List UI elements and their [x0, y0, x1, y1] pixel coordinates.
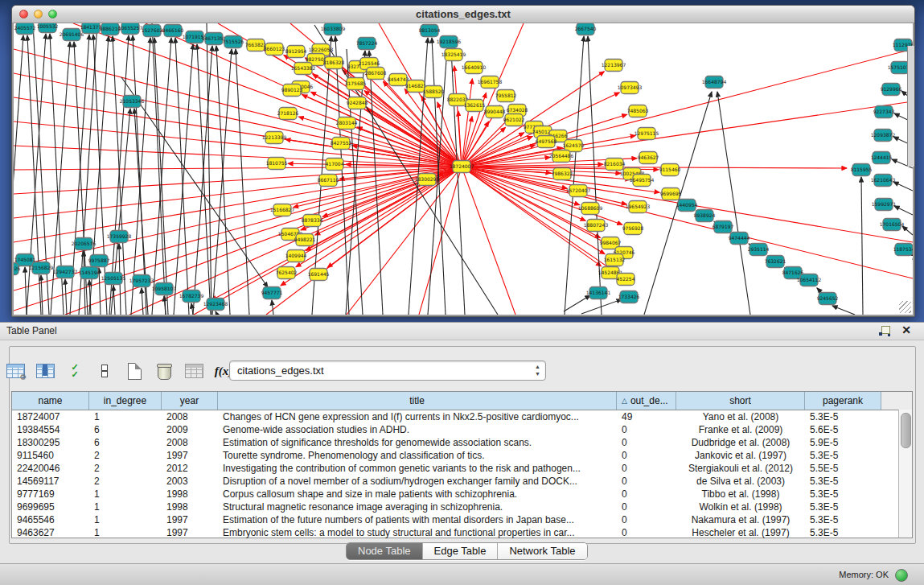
- table-cell[interactable]: 0: [617, 423, 676, 436]
- table-scrollbar[interactable]: [898, 410, 912, 538]
- graph-node[interactable]: 7986322: [552, 168, 573, 180]
- graph-node[interactable]: 1841377: [80, 23, 102, 34]
- table-row[interactable]: 969969511998Structural magnetic resonanc…: [12, 501, 912, 513]
- table-cell[interactable]: 0: [617, 513, 676, 526]
- table-cell[interactable]: Disruption of a novel member of a sodium…: [218, 475, 617, 488]
- graph-node[interactable]: 6497568: [536, 136, 557, 148]
- column-header-indegree[interactable]: in_degree: [89, 392, 162, 410]
- table-cell[interactable]: Corpus callosum shape and size in male p…: [218, 488, 617, 501]
- graph-node[interactable]: 452254: [617, 274, 635, 286]
- table-cell[interactable]: Jankovic et al. (1997): [676, 449, 805, 462]
- table-cell[interactable]: de Silva et al. (2003): [676, 475, 805, 488]
- graph-node[interactable]: 3175685: [345, 78, 367, 90]
- graph-node[interactable]: 10688609: [578, 203, 603, 215]
- graph-node[interactable]: 7955812: [495, 90, 517, 102]
- graph-node[interactable]: 1440954: [676, 200, 698, 212]
- table-cell[interactable]: Franke et al. (2009): [676, 423, 805, 436]
- table-row[interactable]: 946362711997Embryonic stem cells: a mode…: [12, 526, 912, 539]
- graph-node[interactable]: 10654112: [797, 274, 822, 286]
- table-row[interactable]: 946554611997Estimation of the future num…: [12, 513, 912, 526]
- graph-node[interactable]: 16543382: [291, 63, 316, 75]
- graph-node[interactable]: 8912954: [285, 46, 307, 58]
- window-resize-handle[interactable]: [899, 301, 911, 313]
- table-cell[interactable]: 0: [617, 501, 676, 513]
- table-row[interactable]: 1872400712008Changes of HCN gene express…: [12, 410, 912, 423]
- graph-node[interactable]: 8938924: [694, 210, 716, 222]
- table-row[interactable]: 911546021997Tourette syndrome. Phenomeno…: [12, 449, 912, 462]
- network-window-titlebar[interactable]: citations_edges.txt: [12, 6, 914, 23]
- table-cell[interactable]: Wolkin et al. (1998): [676, 501, 805, 513]
- graph-node[interactable]: 1733426: [618, 291, 640, 303]
- graph-node[interactable]: 8115955: [851, 164, 873, 176]
- graph-node[interactable]: 18325419: [441, 49, 466, 61]
- graph-node[interactable]: 1615132: [604, 254, 626, 266]
- memory-indicator-icon[interactable]: [895, 569, 908, 582]
- graph-node[interactable]: 1145194: [79, 267, 101, 279]
- graph-node[interactable]: 15992971: [872, 199, 897, 211]
- graph-node[interactable]: 12505135: [101, 273, 126, 285]
- table-cell[interactable]: 2008: [162, 410, 218, 423]
- graph-node[interactable]: 9699695: [660, 188, 682, 200]
- table-cell[interactable]: 0: [617, 475, 676, 488]
- table-cell[interactable]: Tourette syndrome. Phenomenology and cla…: [218, 449, 617, 462]
- graph-node[interactable]: 12975115: [634, 128, 659, 140]
- graph-node[interactable]: 10973493: [618, 82, 643, 94]
- graph-node[interactable]: 6879197: [713, 221, 734, 233]
- graph-node[interactable]: 16640910: [462, 62, 487, 74]
- table-cell[interactable]: 1: [89, 488, 162, 501]
- table-cell[interactable]: 0: [617, 462, 676, 475]
- table-cell[interactable]: 5.3E-5: [805, 526, 881, 539]
- graph-node[interactable]: 20691406: [60, 29, 84, 41]
- graph-node[interactable]: 1362615: [464, 100, 486, 112]
- table-cell[interactable]: 1998: [162, 488, 218, 501]
- float-panel-icon[interactable]: [879, 326, 890, 336]
- graph-node[interactable]: 9498221: [294, 234, 316, 246]
- graph-node[interactable]: 2405572: [14, 23, 36, 35]
- graph-node[interactable]: 16782739: [179, 290, 204, 303]
- table-cell[interactable]: Nakamura et al. (1997): [676, 513, 805, 526]
- table-cell[interactable]: 0: [617, 488, 676, 501]
- table-cell[interactable]: 2008: [162, 436, 218, 449]
- show-column-button[interactable]: [35, 360, 55, 381]
- graph-node[interactable]: 417004: [326, 159, 344, 171]
- graph-node[interactable]: 8813054: [419, 25, 441, 37]
- table-cell[interactable]: 0: [617, 449, 676, 462]
- create-column-button[interactable]: [124, 360, 145, 381]
- table-cell[interactable]: 1: [89, 513, 162, 526]
- table-cell[interactable]: Tibbo et al. (1998): [676, 488, 805, 501]
- graph-node[interactable]: 15166827: [270, 204, 295, 216]
- graph-node[interactable]: 9245652: [817, 293, 839, 305]
- tab-node-table[interactable]: Node Table: [347, 543, 423, 559]
- graph-node[interactable]: 16033809: [321, 23, 346, 35]
- table-cell[interactable]: 49: [617, 410, 676, 423]
- graph-node[interactable]: 21053346: [120, 96, 145, 108]
- column-header-title[interactable]: title: [218, 392, 617, 410]
- table-cell[interactable]: 2012: [162, 462, 218, 475]
- select-columns-button[interactable]: ✓✓: [64, 360, 85, 381]
- table-cell[interactable]: 2: [89, 462, 162, 475]
- graph-node[interactable]: 2667540: [575, 23, 597, 35]
- table-row[interactable]: 2242004622012Investigating the contribut…: [12, 462, 912, 475]
- table-cell[interactable]: 5.3E-5: [805, 475, 881, 488]
- table-row[interactable]: 1456911722003Disruption of a novel membe…: [12, 475, 912, 488]
- graph-node[interactable]: 12093872: [871, 130, 896, 142]
- graph-node[interactable]: 18807243: [584, 220, 609, 232]
- table-cell[interactable]: 9777169: [12, 488, 89, 501]
- table-cell[interactable]: Hescheler et al. (1997): [676, 526, 805, 539]
- delete-column-button[interactable]: [154, 360, 175, 381]
- graph-node[interactable]: 18300295: [415, 174, 440, 186]
- graph-node[interactable]: 12923468: [203, 299, 228, 311]
- table-cell[interactable]: 1997: [162, 513, 218, 526]
- graph-node[interactable]: 1005532: [37, 23, 59, 33]
- table-cell[interactable]: 19384554: [12, 423, 89, 436]
- table-cell[interactable]: 5.6E-5: [805, 423, 881, 436]
- graph-node[interactable]: 8466160: [162, 25, 184, 37]
- graph-node[interactable]: 15720407: [566, 185, 591, 197]
- table-cell[interactable]: 6: [89, 423, 162, 436]
- table-cell[interactable]: 1: [89, 501, 162, 513]
- graph-node[interactable]: 19218596: [437, 36, 462, 48]
- table-cell[interactable]: Estimation of significance thresholds fo…: [218, 436, 617, 449]
- table-cell[interactable]: 2: [89, 449, 162, 462]
- table-cell[interactable]: 5.3E-5: [805, 410, 881, 423]
- table-cell[interactable]: Changes of HCN gene expression and I(f) …: [218, 410, 617, 423]
